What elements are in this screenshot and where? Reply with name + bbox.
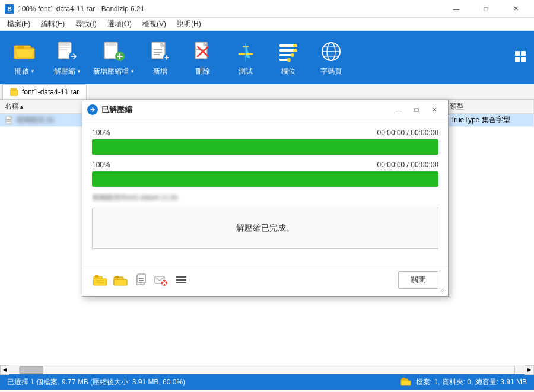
tab-bar: font1-data4-11.rar: [0, 84, 534, 100]
scroll-left-button[interactable]: ◀: [0, 365, 9, 375]
progress2-percent: 100%: [92, 161, 110, 169]
dialog-footer: 關閉: [82, 266, 448, 296]
progress1-time: 00:00:00 / 00:00:00: [377, 129, 438, 137]
status-bar-right: 檔案: 1, 資料夾: 0, 總容量: 3.91 MB: [416, 377, 527, 387]
close-button-label: 關閉: [411, 275, 426, 285]
tab-archive[interactable]: font1-data4-11.rar: [2, 84, 87, 99]
dialog-minimize-button[interactable]: —: [390, 103, 408, 117]
dialog-filename-text: 模糊路徑/font1-data4-11.ttc: [92, 193, 178, 202]
title-bar: B 100% font1-data4-11.rar - Bandizip 6.2…: [0, 0, 534, 18]
menu-edit[interactable]: 編輯(E): [36, 18, 69, 30]
dialog-maximize-button[interactable]: □: [408, 103, 425, 117]
status-archive-icon: [401, 377, 411, 388]
apps-icon[interactable]: [511, 47, 529, 68]
svg-rect-48: [95, 275, 98, 278]
dialog-controls: — □ ✕: [390, 103, 443, 117]
svg-rect-55: [139, 280, 144, 281]
extract-icon: [55, 39, 80, 64]
columns-label: 欄位: [281, 66, 295, 77]
svg-rect-50: [114, 279, 127, 285]
toolbar-extract-button[interactable]: 解壓縮 ▼: [47, 34, 88, 81]
folder-icon[interactable]: [112, 272, 129, 288]
svg-rect-41: [7, 120, 11, 121]
cell-name-value: 模糊檔名.ttc: [17, 115, 55, 125]
horizontal-scrollbar[interactable]: ◀ ▶: [0, 365, 534, 374]
svg-rect-40: [7, 119, 11, 120]
dialog-filename: 模糊路徑/font1-data4-11.ttc: [92, 193, 438, 203]
copy-icon[interactable]: [132, 272, 149, 288]
scroll-right-button[interactable]: ▶: [525, 365, 534, 375]
svg-rect-4: [18, 46, 24, 49]
svg-point-27: [287, 58, 291, 62]
delete-icon: [190, 39, 215, 64]
close-window-button[interactable]: ✕: [502, 0, 529, 18]
menu-view[interactable]: 檢視(V): [138, 18, 171, 30]
progress-bar-1-container: [92, 139, 438, 155]
menu-file[interactable]: 檔案(F): [2, 18, 35, 30]
svg-rect-38: [11, 90, 18, 95]
test-icon: [233, 39, 258, 64]
svg-text:B: B: [7, 6, 11, 12]
dialog-title-bar: 已解壓縮 — □ ✕: [82, 100, 448, 119]
codepage-label: 字碼頁: [320, 66, 342, 77]
menu-find[interactable]: 尋找(I): [71, 18, 101, 30]
svg-rect-33: [515, 51, 520, 56]
app-icon: B: [5, 4, 14, 14]
resize-handle[interactable]: [438, 286, 447, 295]
columns-icon: [276, 39, 301, 64]
progress1-percent: 100%: [92, 129, 110, 137]
dialog-close-button[interactable]: ✕: [425, 103, 443, 117]
progress-info-1: 100% 00:00:00 / 00:00:00: [92, 129, 438, 137]
toolbar-new-button[interactable]: 新增: [140, 34, 180, 81]
dialog-close-action-button[interactable]: 關閉: [398, 271, 438, 289]
open-arrow[interactable]: ▼: [30, 69, 35, 74]
new-archive-arrow[interactable]: ▼: [130, 69, 135, 74]
scroll-thumb[interactable]: [20, 366, 43, 374]
dialog-footer-icons: [92, 272, 189, 288]
extract-dialog: 已解壓縮 — □ ✕ 100% 00:00:00 / 00:00:00 100%…: [82, 100, 449, 297]
svg-rect-7: [59, 47, 70, 48]
toolbar-open-button[interactable]: 開啟 ▼: [5, 34, 45, 81]
progress2-time: 00:00:00 / 00:00:00: [377, 161, 438, 169]
svg-rect-34: [521, 51, 526, 56]
maximize-button[interactable]: □: [472, 0, 500, 18]
svg-rect-47: [94, 279, 107, 285]
svg-rect-36: [521, 57, 526, 62]
delete-label: 刪除: [196, 66, 210, 77]
open-folder-icon[interactable]: [92, 272, 109, 288]
menu-help[interactable]: 說明(H): [172, 18, 206, 30]
svg-rect-8: [59, 49, 68, 50]
svg-rect-56: [139, 282, 142, 283]
progress-bar-1-fill: [92, 139, 438, 155]
svg-point-25: [293, 49, 297, 52]
delete-mail-icon[interactable]: [152, 272, 169, 288]
toolbar-codepage-button[interactable]: 字碼頁: [311, 34, 351, 81]
open-icon: [12, 39, 37, 64]
menu-options[interactable]: 選項(O): [103, 18, 136, 30]
svg-rect-16: [154, 54, 160, 55]
svg-rect-11: [106, 43, 116, 46]
extract-arrow[interactable]: ▼: [77, 69, 81, 74]
svg-rect-51: [115, 276, 119, 278]
toolbar-columns-button[interactable]: 欄位: [268, 34, 309, 81]
svg-rect-43: [401, 381, 411, 385]
scroll-track[interactable]: [19, 366, 515, 374]
svg-rect-54: [139, 278, 144, 279]
svg-point-26: [291, 53, 294, 57]
menu-bar: 檔案(F) 編輯(E) 尋找(I) 選項(O) 檢視(V) 說明(H): [0, 18, 534, 31]
toolbar-new-archive-button[interactable]: 新增壓縮檔 ▼: [90, 34, 138, 81]
minimize-button[interactable]: —: [443, 0, 470, 18]
new-label: 新增: [153, 66, 167, 77]
dialog-title-text: 已解壓縮: [101, 104, 132, 115]
toolbar-delete-button[interactable]: 刪除: [183, 34, 223, 81]
window-title: 100% font1-data4-11.rar - Bandizip 6.21: [18, 5, 144, 13]
toolbar: 開啟 ▼ 解壓縮 ▼: [0, 31, 534, 84]
status-bar-left: 已選擇 1 個檔案, 9.77 MB (壓縮後大小: 3.91 MB, 60.0…: [7, 377, 185, 387]
svg-rect-14: [154, 49, 162, 50]
menu-lines-icon[interactable]: [173, 272, 189, 288]
toolbar-test-button[interactable]: 測試: [225, 34, 266, 81]
col-type-header[interactable]: 類型: [445, 100, 534, 113]
open-label: 開啟: [15, 66, 29, 77]
completion-text: 解壓縮已完成。: [236, 223, 294, 234]
svg-point-24: [293, 44, 297, 47]
